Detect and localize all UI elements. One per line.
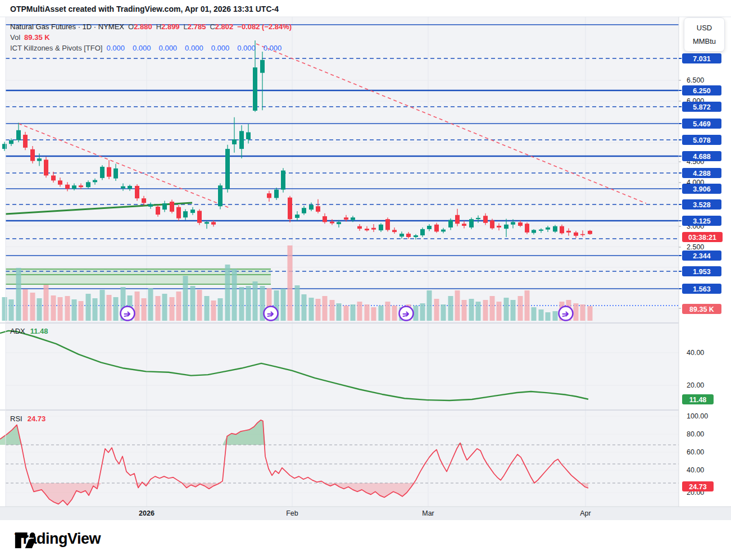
volume-bar xyxy=(16,268,21,321)
volume-bar xyxy=(190,286,196,321)
volume-bar xyxy=(309,298,314,321)
candle-body xyxy=(281,171,285,190)
volume-bar xyxy=(532,307,537,321)
volume-bar xyxy=(281,289,286,321)
tradingview-logo[interactable]: TradingView xyxy=(15,530,101,548)
candle-body xyxy=(170,202,174,212)
indicator-value-7: 0.000 xyxy=(264,44,282,52)
candle-body xyxy=(37,158,42,161)
candle-body xyxy=(288,198,292,219)
candle-body xyxy=(58,180,62,184)
open-label: O xyxy=(128,22,134,31)
candle-body xyxy=(392,230,397,232)
volume-bar xyxy=(420,303,425,321)
adx-label: ADX xyxy=(10,327,25,335)
volume-bar xyxy=(337,303,342,321)
currency-unit-toggle[interactable]: USD MMBtu xyxy=(684,17,725,52)
volume-bar xyxy=(441,304,446,321)
indicator-value-1: 0.000 xyxy=(106,44,125,52)
volume-bar xyxy=(72,299,77,321)
candle-body xyxy=(135,186,139,198)
volume-bar xyxy=(197,290,202,321)
candle-body xyxy=(588,231,592,234)
candle-body xyxy=(302,208,306,213)
rsi-value: 24.73 xyxy=(28,415,46,423)
candle-body xyxy=(344,217,348,220)
volume-bar xyxy=(113,297,119,321)
volume-bar xyxy=(490,296,495,321)
candle-body xyxy=(414,235,418,237)
volume-value: 89.35 K xyxy=(24,33,50,42)
volume-bar xyxy=(86,294,91,321)
contract-rollover-icon[interactable] xyxy=(559,307,573,321)
candle-body xyxy=(156,207,160,215)
candle-body xyxy=(309,205,314,210)
time-scale[interactable] xyxy=(0,507,731,520)
volume-bar xyxy=(93,298,98,321)
candle-body xyxy=(483,216,488,223)
candle-body xyxy=(267,193,271,198)
symbol-title: Natural Gas Futures · 1D · NYMEX xyxy=(10,22,124,31)
volume-bar xyxy=(211,301,216,321)
contract-rollover-icon[interactable] xyxy=(399,307,414,321)
volume-bar xyxy=(225,265,230,321)
candle-body xyxy=(490,220,494,228)
candle-body xyxy=(260,60,265,73)
rsi-pane-legend[interactable]: RSI 24.73 xyxy=(10,415,46,423)
candle-body xyxy=(351,217,355,220)
candle-body xyxy=(142,198,146,203)
candle-body xyxy=(385,219,390,230)
adx-pane-legend[interactable]: ADX 11.48 xyxy=(10,327,48,335)
candle-body xyxy=(406,234,411,237)
candle-body xyxy=(574,233,578,236)
candle-body xyxy=(225,149,230,189)
candle-body xyxy=(2,144,7,149)
candle-body xyxy=(211,222,216,224)
candle-body xyxy=(504,225,508,229)
volume-bar xyxy=(170,297,175,321)
candle-body xyxy=(100,167,105,178)
volume-bar xyxy=(434,299,439,321)
candle-body xyxy=(162,203,167,210)
volume-bar xyxy=(344,306,349,321)
candle-body xyxy=(379,225,383,230)
contract-rollover-icon[interactable] xyxy=(264,307,278,321)
rsi-label: RSI xyxy=(10,415,22,423)
candle-body xyxy=(539,230,543,231)
volume-bar xyxy=(539,309,544,321)
candle-body xyxy=(546,227,550,230)
volume-bar xyxy=(351,304,356,321)
volume-bar xyxy=(30,293,35,321)
volume-bar xyxy=(288,245,293,321)
candle-body xyxy=(448,220,453,227)
price-scale[interactable] xyxy=(679,17,731,507)
candle-body xyxy=(274,190,279,198)
candle-body xyxy=(441,230,446,232)
candle-body xyxy=(399,234,404,236)
volume-legend[interactable]: Vol 89.35 K xyxy=(10,33,50,42)
candle-body xyxy=(190,210,195,213)
chart-canvas[interactable]: 2026FebMarApr6.5006.0004.5004.0003.0002.… xyxy=(0,0,731,560)
volume-bar xyxy=(588,306,593,321)
candle-body xyxy=(553,226,557,232)
volume-bar xyxy=(316,299,321,321)
candle-body xyxy=(239,131,244,149)
volume-bar xyxy=(246,286,251,321)
volume-bar xyxy=(414,306,419,321)
indicator-value-3: 0.000 xyxy=(159,44,178,52)
volume-bar xyxy=(65,296,70,321)
volume-bar xyxy=(156,296,161,321)
volume-bar xyxy=(357,302,362,321)
adx-value: 11.48 xyxy=(30,327,48,335)
volume-bar xyxy=(323,296,328,321)
main-series-legend[interactable]: Natural Gas Futures · 1D · NYMEX O2.880 … xyxy=(10,22,292,31)
candle-body xyxy=(79,185,83,187)
contract-rollover-icon[interactable] xyxy=(121,307,135,321)
volume-bar xyxy=(525,290,530,321)
candle-body xyxy=(232,139,237,144)
volume-bar xyxy=(79,301,84,321)
indicator-value-4: 0.000 xyxy=(185,44,203,52)
volume-bar xyxy=(2,297,7,321)
indicator-legend[interactable]: ICT Killzones & Pivots [TFO] 0.000 0.000… xyxy=(10,44,281,52)
volume-bar xyxy=(295,285,300,321)
